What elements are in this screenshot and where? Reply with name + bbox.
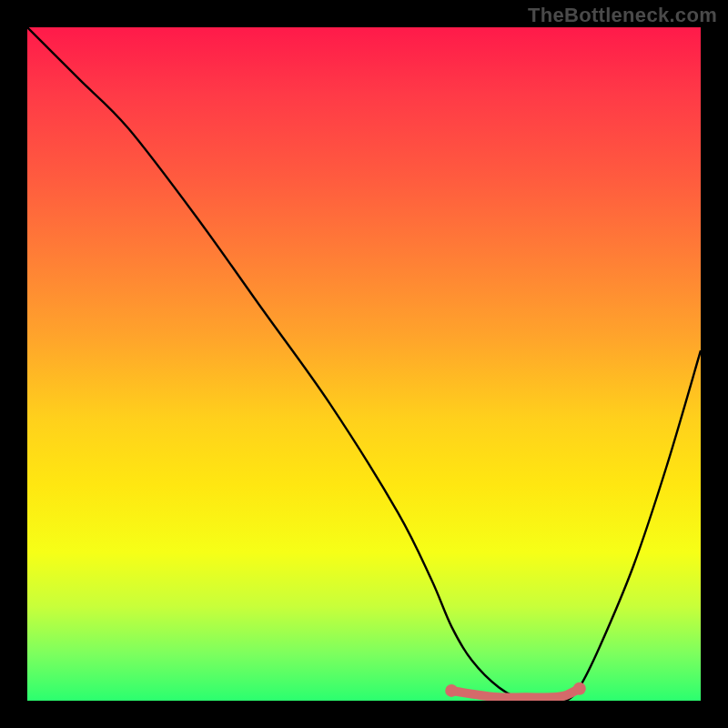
bottleneck-curve-line <box>27 27 701 701</box>
valley-highlight-start-dot <box>445 684 458 697</box>
chart-frame: TheBottleneck.com <box>0 0 728 728</box>
watermark-text: TheBottleneck.com <box>528 4 717 27</box>
valley-highlight-end-dot <box>573 682 586 695</box>
chart-svg <box>27 27 701 701</box>
valley-highlight-line <box>451 689 580 698</box>
